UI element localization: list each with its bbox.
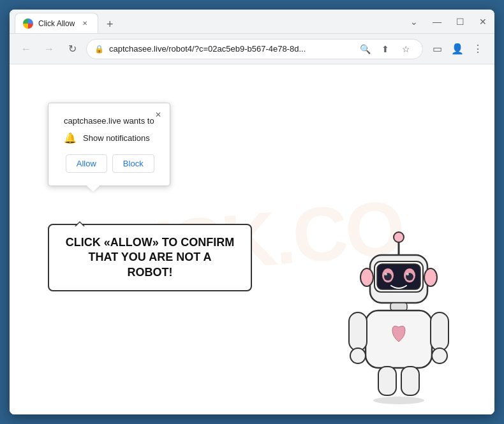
menu-icon[interactable]: ⋮ xyxy=(469,40,487,58)
tab-title: Click Allow xyxy=(38,19,75,28)
profile-icon[interactable]: 👤 xyxy=(448,40,466,58)
new-tab-button[interactable]: + xyxy=(101,15,119,33)
cta-heading: CLICK «ALLOW» TO CONFIRM THAT YOU ARE NO… xyxy=(64,235,235,280)
tab-favicon xyxy=(23,18,33,29)
lock-icon: 🔒 xyxy=(94,45,104,54)
svg-point-1 xyxy=(394,232,404,242)
svg-rect-20 xyxy=(401,367,419,395)
svg-point-16 xyxy=(350,348,366,363)
url-text: captchasee.live/robot4/?c=02ac5eb9-b567-… xyxy=(109,44,351,54)
bookmark-icon[interactable]: ☆ xyxy=(397,40,415,58)
svg-point-11 xyxy=(360,268,373,286)
popup-close-button[interactable]: ✕ xyxy=(152,108,165,121)
browser-actions: ▭ 👤 ⋮ xyxy=(428,40,487,58)
svg-point-18 xyxy=(432,348,447,363)
notification-text: Show notifications xyxy=(83,133,150,143)
address-bar: ← → ↻ 🔒 captchasee.live/robot4/?c=02ac5e… xyxy=(10,34,494,64)
content-area: RISK.CO ✕ captchasee.live wants to 🔔 Sho… xyxy=(10,64,494,414)
window-controls: ⌄ — ☐ ✕ xyxy=(408,17,489,27)
notification-popup: ✕ captchasee.live wants to 🔔 Show notifi… xyxy=(48,103,170,186)
forward-button[interactable]: → xyxy=(40,40,58,58)
active-tab[interactable]: Click Allow ✕ xyxy=(15,13,98,33)
robot-illustration xyxy=(335,230,463,408)
tab-close-button[interactable]: ✕ xyxy=(80,18,90,29)
svg-rect-15 xyxy=(349,312,367,351)
robot-svg xyxy=(335,230,463,408)
svg-rect-17 xyxy=(431,312,448,351)
search-icon[interactable]: 🔍 xyxy=(356,40,374,58)
sidebar-icon[interactable]: ▭ xyxy=(428,40,446,58)
reload-button[interactable]: ↻ xyxy=(63,40,81,58)
cta-text-box: CLICK «ALLOW» TO CONFIRM THAT YOU ARE NO… xyxy=(48,224,252,291)
close-button[interactable]: ✕ xyxy=(477,17,489,27)
share-icon[interactable]: ⬆ xyxy=(376,40,394,58)
svg-rect-13 xyxy=(390,303,407,311)
browser-window: Click Allow ✕ + ⌄ — ☐ ✕ ← → ↻ 🔒 captchas… xyxy=(10,10,494,414)
maximize-button[interactable]: ☐ xyxy=(454,17,466,27)
tab-area: Click Allow ✕ + xyxy=(15,10,397,33)
svg-point-9 xyxy=(385,273,387,275)
minimize-button[interactable]: — xyxy=(431,17,443,27)
url-actions: 🔍 ⬆ ☆ xyxy=(356,40,415,58)
notification-header: captchasee.live wants to xyxy=(64,116,154,126)
svg-rect-19 xyxy=(378,367,396,395)
allow-button[interactable]: Allow xyxy=(66,154,107,173)
notification-buttons: Allow Block xyxy=(64,154,154,173)
title-bar: Click Allow ✕ + ⌄ — ☐ ✕ xyxy=(10,10,494,34)
svg-point-21 xyxy=(373,397,424,404)
svg-point-10 xyxy=(406,273,409,275)
bell-icon: 🔔 xyxy=(64,132,77,144)
url-bar[interactable]: 🔒 captchasee.live/robot4/?c=02ac5eb9-b56… xyxy=(86,39,423,59)
expand-icon[interactable]: ⌄ xyxy=(408,17,420,27)
page-background: RISK.CO ✕ captchasee.live wants to 🔔 Sho… xyxy=(10,64,494,414)
block-button[interactable]: Block xyxy=(112,154,154,173)
svg-point-12 xyxy=(424,268,437,286)
back-button[interactable]: ← xyxy=(17,40,35,58)
notification-row: 🔔 Show notifications xyxy=(64,132,154,144)
